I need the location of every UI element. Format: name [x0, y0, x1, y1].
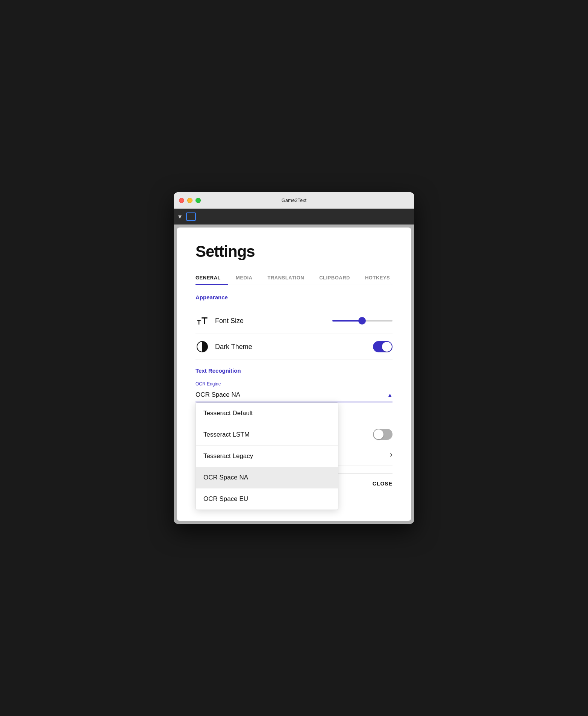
section-divider: Text Recognition [195, 367, 393, 374]
tab-hotkeys[interactable]: HOTKEYS [358, 271, 397, 285]
title-bar: Game2Text [174, 192, 414, 209]
font-size-label: Font Size [215, 317, 244, 325]
extra-toggle-knob [374, 429, 383, 439]
close-button[interactable]: CLOSE [373, 481, 393, 487]
contrast-icon [196, 341, 208, 353]
font-size-slider[interactable] [332, 320, 393, 322]
dropdown-item-tesseract-default[interactable]: Tesseract Default [196, 403, 338, 424]
dropdown-item-tesseract-legacy[interactable]: Tesseract Legacy [196, 446, 338, 467]
minimize-button[interactable] [187, 198, 192, 203]
extra-toggle[interactable] [373, 429, 393, 440]
settings-panel: Settings GENERAL MEDIA TRANSLATION CLIPB… [177, 228, 411, 521]
text-recognition-label: Text Recognition [195, 367, 393, 374]
slider-thumb[interactable] [358, 317, 366, 325]
chevron-up-icon: ▲ [387, 392, 393, 398]
big-t-icon: T [202, 316, 208, 326]
close-window-button[interactable] [179, 198, 184, 203]
ocr-engine-label: OCR Engine [195, 381, 393, 387]
toolbar-dropdown-button[interactable]: ▾ [178, 212, 182, 221]
font-size-icon: T T [195, 314, 209, 328]
small-t-icon: T [197, 320, 201, 326]
ocr-engine-value: OCR Space NA [195, 391, 240, 399]
ocr-engine-dropdown: OCR Space NA ▲ Tesseract Default Tessera… [195, 388, 393, 402]
tab-general[interactable]: GENERAL [195, 271, 228, 285]
slider-fill [332, 320, 359, 322]
dark-theme-row: Dark Theme [195, 334, 393, 360]
dark-theme-toggle[interactable] [373, 341, 393, 352]
tab-translation[interactable]: TRANSLATION [260, 271, 312, 285]
maximize-button[interactable] [195, 198, 201, 203]
app-window: Game2Text ▾ Settings GENERAL MEDIA TRANS… [174, 192, 414, 524]
traffic-lights [179, 198, 201, 203]
tab-clipboard[interactable]: CLIPBOARD [312, 271, 358, 285]
window-title: Game2Text [282, 197, 306, 203]
tab-media[interactable]: MEDIA [228, 271, 260, 285]
font-size-left: T T Font Size [195, 314, 244, 328]
app-background: Settings GENERAL MEDIA TRANSLATION CLIPB… [174, 225, 414, 524]
appearance-section-label: Appearance [195, 294, 393, 300]
dropdown-item-ocr-space-eu[interactable]: OCR Space EU [196, 488, 338, 510]
dropdown-item-ocr-space-na[interactable]: OCR Space NA [196, 467, 338, 488]
ocr-engine-container: OCR Engine OCR Space NA ▲ Tesseract Defa… [195, 381, 393, 402]
dark-theme-icon [195, 340, 209, 353]
dark-theme-label: Dark Theme [215, 343, 252, 351]
chevron-right-icon: › [390, 450, 393, 460]
page-title: Settings [195, 243, 393, 261]
font-size-row: T T Font Size [195, 308, 393, 334]
toggle-knob [382, 342, 392, 352]
dropdown-arrow-icon: ▾ [178, 212, 182, 221]
dropdown-item-tesseract-lstm[interactable]: Tesseract LSTM [196, 424, 338, 446]
dark-theme-left: Dark Theme [195, 340, 252, 353]
ocr-engine-dropdown-list: Tesseract Default Tesseract LSTM Tessera… [195, 402, 338, 510]
ocr-engine-selected[interactable]: OCR Space NA ▲ [195, 388, 393, 402]
capture-icon[interactable] [186, 212, 196, 221]
toolbar: ▾ [174, 209, 414, 225]
tabs-bar: GENERAL MEDIA TRANSLATION CLIPBOARD HOTK… [195, 271, 393, 285]
